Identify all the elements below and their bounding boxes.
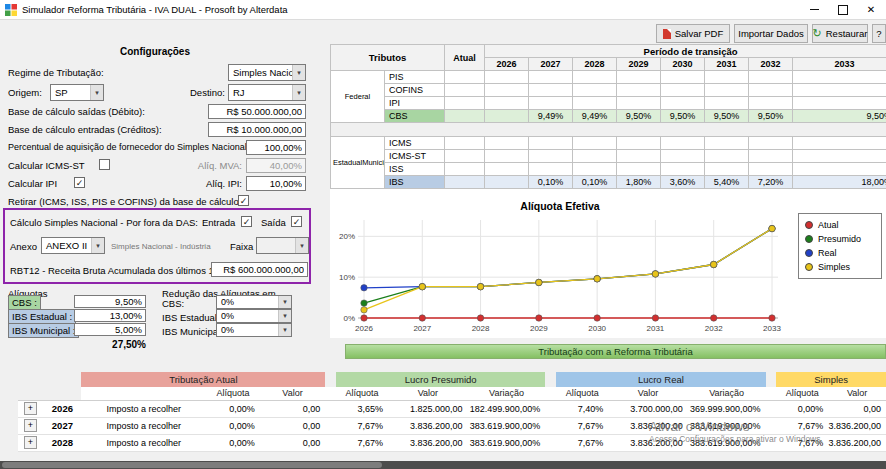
ibs-estadual-rate-label: IBS Estadual : <box>8 309 76 324</box>
value-cell: 0,00% <box>206 434 260 451</box>
rate-cell <box>661 84 705 97</box>
rate-cell: 9,50% <box>661 110 705 123</box>
aliq-ipi-input[interactable] <box>246 176 306 191</box>
regime-select[interactable]: Simples Nacional ▾ <box>228 64 306 81</box>
entrada-checkbox[interactable]: ✓ <box>241 216 252 227</box>
tributo-label: PIS <box>385 71 445 84</box>
base-entradas-input[interactable] <box>208 122 306 137</box>
reducao-cbs-select[interactable]: 0% ▾ <box>216 295 292 309</box>
column-header-year: 2032 <box>749 58 793 71</box>
column-header-year: 2033 <box>793 58 886 71</box>
value-cell: 0,00% <box>206 417 260 434</box>
legend-label: Presumido <box>818 234 861 244</box>
expand-row-button[interactable]: + <box>24 436 37 449</box>
calcular-ipi-checkbox[interactable]: ✓ <box>74 177 85 188</box>
column-header: Alíquota <box>776 387 828 400</box>
rate-cell <box>617 150 661 163</box>
legend-label: Simples <box>818 262 850 272</box>
rbt12-input[interactable] <box>211 262 308 277</box>
value-cell: 0,00 <box>260 434 325 451</box>
rate-cell <box>749 97 793 110</box>
rate-cell <box>661 71 705 84</box>
column-header: Alíquota <box>336 387 388 400</box>
calcular-ipi-label: Calcular IPI <box>8 178 57 189</box>
legend-item: Simples <box>805 260 875 274</box>
rate-cell: 0,10% <box>529 176 573 189</box>
chevron-down-icon: ▾ <box>292 65 305 80</box>
rate-cell <box>749 84 793 97</box>
horizontal-scrollbar[interactable] <box>0 461 886 469</box>
anexo-select[interactable]: ANEXO II ▾ <box>41 237 105 254</box>
value-cell: 0,00 <box>260 400 325 417</box>
app-window: Simulador Reforma Tributária - IVA DUAL … <box>0 0 886 469</box>
rate-cell: 9,49% <box>529 110 573 123</box>
reforma-banner: Tributação com a Reforma Tributária <box>345 344 886 359</box>
restore-icon: ↻ <box>813 28 822 39</box>
rate-cell <box>749 137 793 150</box>
rate-cell <box>793 97 886 110</box>
rate-cell <box>573 137 617 150</box>
saida-checkbox[interactable]: ✓ <box>291 216 302 227</box>
save-pdf-button[interactable]: Salvar PDF <box>656 24 730 43</box>
row-label: Imposto a recolher <box>81 434 206 451</box>
reducao-ibs-municipal-label: IBS Municipal: <box>162 326 223 337</box>
value-cell: 182.499.900,00% <box>468 400 546 417</box>
transition-table-wrap: TributosAtualPeríodo de transição2026202… <box>330 44 886 196</box>
transition-row: ISS <box>331 163 886 176</box>
value-cell: 3.700.000,00 <box>608 400 688 417</box>
scrollbar-thumb[interactable] <box>2 462 382 468</box>
rate-cell: 7,20% <box>749 176 793 189</box>
transition-row: IPI <box>331 97 886 110</box>
result-row: +2027Imposto a recolher0,00%0,007,67%3.8… <box>18 417 886 434</box>
origem-label: Origem: <box>8 87 42 98</box>
destino-value: RJ <box>229 87 292 98</box>
rate-cell <box>529 137 573 150</box>
origem-select[interactable]: SP ▾ <box>50 84 104 101</box>
expand-row-button[interactable]: + <box>24 402 37 415</box>
help-button[interactable]: ? <box>872 24 886 43</box>
value-cell: 3.836.200,00 <box>388 417 468 434</box>
restore-button[interactable]: ↻ Restaurar <box>812 24 868 43</box>
value-cell: 383.619.900,00% <box>468 417 546 434</box>
close-button[interactable]: ✕ <box>856 0 886 19</box>
rate-cell <box>749 150 793 163</box>
column-header-year: 2030 <box>661 58 705 71</box>
rate-cell: 9,49% <box>573 110 617 123</box>
anexo-label: Anexo <box>10 241 37 252</box>
value-cell: 7,67% <box>556 417 608 434</box>
retirar-checkbox[interactable]: ✓ <box>238 195 249 206</box>
import-data-button[interactable]: Importar Dados <box>734 24 808 43</box>
rate-cell <box>793 150 886 163</box>
value-cell: 3,65% <box>336 400 388 417</box>
minimize-button[interactable] <box>800 0 829 19</box>
base-saidas-label: Base de cálculo saídas (Débito): <box>8 106 145 117</box>
chevron-down-icon: ▾ <box>295 238 308 253</box>
calcular-icmsst-checkbox[interactable] <box>99 159 110 170</box>
transition-row: EstadualMunicipICMS <box>331 137 886 150</box>
transition-row: ICMS-ST <box>331 150 886 163</box>
rate-cell: 18,00% <box>793 176 886 189</box>
svg-text:2026: 2026 <box>355 324 373 333</box>
tributo-label: ICMS <box>385 137 445 150</box>
value-cell: 3.836.200,00 <box>828 417 886 434</box>
rate-cell <box>529 71 573 84</box>
maximize-button[interactable] <box>828 0 857 19</box>
expand-row-button[interactable]: + <box>24 419 37 432</box>
value-cell: 3.836.200,00 <box>388 434 468 451</box>
reducao-ibs-municipal-select[interactable]: 0% ▾ <box>216 323 292 337</box>
rate-cell <box>705 137 749 150</box>
svg-text:0%: 0% <box>343 314 355 323</box>
rate-cell <box>705 150 749 163</box>
base-saidas-input[interactable] <box>208 104 306 119</box>
column-header: Variação <box>468 387 546 400</box>
svg-text:2027: 2027 <box>413 324 431 333</box>
rate-cell <box>749 163 793 176</box>
column-header-year: 2031 <box>705 58 749 71</box>
percentual-input[interactable] <box>246 140 306 155</box>
chevron-down-icon: ▾ <box>278 310 291 322</box>
year-cell: 2026 <box>43 400 81 417</box>
destino-select[interactable]: RJ ▾ <box>228 84 306 101</box>
reducao-ibs-estadual-select[interactable]: 0% ▾ <box>216 309 292 323</box>
rate-cell <box>485 150 529 163</box>
transition-row: FederalPIS <box>331 71 886 84</box>
